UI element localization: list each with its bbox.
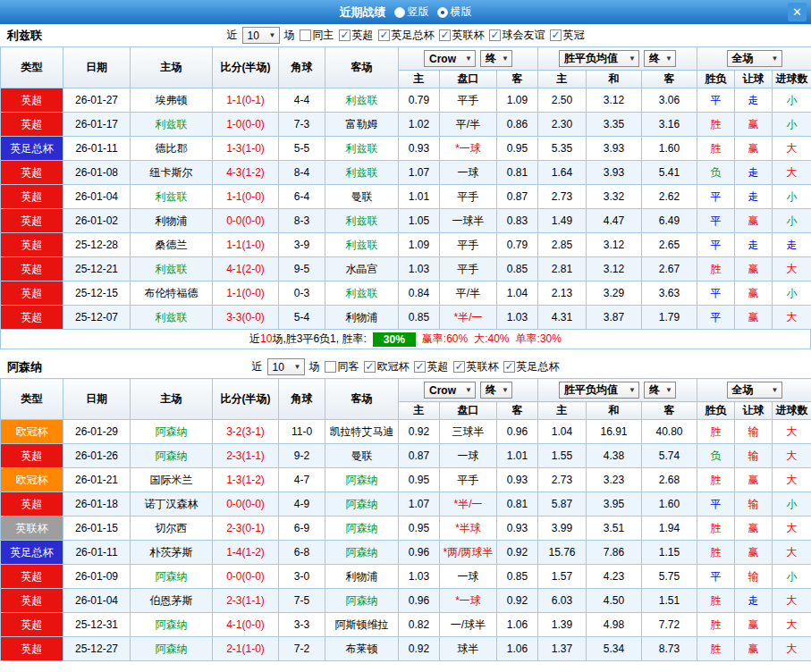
checkbox-checked-icon[interactable] [414, 361, 426, 373]
away-team[interactable]: 水晶宫 [325, 257, 399, 281]
checkbox-checked-icon[interactable] [439, 29, 451, 41]
radio-selected-icon[interactable] [437, 7, 448, 18]
home-team[interactable]: 利物浦 [131, 209, 213, 233]
league-filter-option[interactable]: 球会友谊 [489, 28, 545, 43]
close-button[interactable]: ✕ [788, 3, 807, 21]
odds-home: 1.03 [399, 257, 440, 281]
europe-final-select[interactable]: 终 ▼ [644, 50, 676, 67]
home-team[interactable]: 阿森纳 [131, 444, 213, 468]
league-filter-option[interactable]: 英足总杯 [378, 28, 435, 43]
away-team[interactable]: 利物浦 [325, 306, 399, 330]
checkbox-checked-icon[interactable] [339, 29, 351, 41]
full-match-select[interactable]: 全场 ▼ [727, 50, 782, 67]
away-team[interactable]: 利兹联 [325, 137, 399, 161]
home-team[interactable]: 桑德兰 [131, 233, 213, 257]
home-team[interactable]: 利兹联 [131, 257, 213, 281]
league-filter-option[interactable]: 英超 [339, 28, 374, 43]
match-score: 0-0(0-0) [213, 492, 279, 517]
europe-odds-draw: 3.32 [587, 185, 642, 209]
odds-handicap-line: *半/一 [440, 306, 497, 330]
away-team[interactable]: 利兹联 [325, 233, 399, 257]
home-team[interactable]: 阿森纳 [131, 613, 213, 637]
match-count-select[interactable]: 10 ▼ [267, 358, 305, 375]
home-team[interactable]: 布伦特福德 [131, 281, 213, 306]
home-team[interactable]: 利兹联 [131, 306, 213, 330]
radio-unselected-icon[interactable] [394, 7, 405, 18]
europe-average-select[interactable]: 胜平负均值 ▼ [559, 50, 639, 67]
checkbox-checked-icon[interactable] [503, 361, 515, 373]
away-team[interactable]: 阿森纳 [325, 541, 399, 565]
odds-final-select[interactable]: 终 ▼ [480, 382, 512, 399]
bookmaker-select[interactable]: Crow ▼ [424, 50, 476, 67]
dropdown-arrow-icon: ▼ [629, 386, 636, 394]
home-team[interactable]: 阿森纳 [131, 420, 213, 444]
checkbox-checked-icon[interactable] [550, 29, 562, 41]
away-team[interactable]: 利物浦 [325, 565, 399, 589]
result-handicap: 赢 [735, 281, 773, 306]
odds-final-select[interactable]: 终 ▼ [480, 50, 512, 67]
match-score: 4-1(2-0) [213, 257, 279, 281]
away-team[interactable]: 阿森纳 [325, 468, 399, 492]
home-team[interactable]: 德比郡 [131, 137, 213, 161]
league-filter-option[interactable]: 英超 [414, 359, 449, 374]
layout-vertical-option[interactable]: 竖版 [394, 4, 429, 20]
europe-odds-draw: 3.35 [587, 113, 642, 137]
europe-odds-away: 5.74 [642, 444, 697, 468]
checkbox-checked-icon[interactable] [453, 361, 465, 373]
checkbox-checked-icon[interactable] [489, 29, 501, 41]
same-venue-filter[interactable]: 同客 [325, 359, 359, 374]
away-team[interactable]: 阿斯顿维拉 [325, 613, 399, 637]
home-team[interactable]: 埃弗顿 [131, 88, 213, 113]
result-wdl: 胜 [697, 468, 735, 492]
checkbox-unchecked-icon[interactable] [325, 361, 336, 373]
league-filter-option[interactable]: 英联杯 [439, 28, 485, 43]
league-filter-option[interactable]: 英联杯 [453, 359, 499, 374]
away-team[interactable]: 利兹联 [325, 281, 399, 306]
home-team[interactable]: 纽卡斯尔 [131, 161, 213, 185]
match-count-select[interactable]: 10 ▼ [242, 27, 280, 44]
away-team[interactable]: 利兹联 [325, 161, 399, 185]
europe-odds-home: 1.04 [538, 420, 587, 444]
home-team[interactable]: 利兹联 [131, 113, 213, 137]
odds-home: 1.07 [399, 492, 440, 517]
full-match-select[interactable]: 全场 ▼ [727, 382, 782, 399]
home-team[interactable]: 利兹联 [131, 185, 213, 209]
same-venue-filter[interactable]: 同主 [300, 28, 334, 43]
away-team[interactable]: 阿森纳 [325, 492, 399, 517]
checkbox-unchecked-icon[interactable] [300, 29, 311, 41]
away-team[interactable]: 富勒姆 [325, 113, 399, 137]
subheader-odds-home: 主 [399, 71, 440, 88]
checkbox-checked-icon[interactable] [364, 361, 376, 373]
dropdown-arrow-icon: ▼ [772, 55, 779, 63]
home-team[interactable]: 国际米兰 [131, 468, 213, 492]
league-filter-option[interactable]: 英足总杯 [503, 359, 560, 374]
checkbox-checked-icon[interactable] [378, 29, 390, 41]
corner-score: 4-4 [279, 88, 325, 113]
dropdown-arrow-icon: ▼ [502, 55, 509, 63]
away-team[interactable]: 阿森纳 [325, 517, 399, 541]
europe-odds-home: 5.87 [538, 492, 587, 517]
home-team[interactable]: 伯恩茅斯 [131, 589, 213, 613]
home-team[interactable]: 切尔西 [131, 517, 213, 541]
europe-final-select[interactable]: 终 ▼ [644, 382, 676, 399]
home-team[interactable]: 诺丁汉森林 [131, 492, 213, 517]
away-team[interactable]: 曼联 [325, 444, 399, 468]
col-header-corner: 角球 [279, 379, 325, 420]
home-team[interactable]: 朴茨茅斯 [131, 541, 213, 565]
europe-odds-away: 3.63 [642, 281, 697, 306]
league-filter-option[interactable]: 英冠 [550, 28, 585, 43]
away-team[interactable]: 利兹联 [325, 88, 399, 113]
away-team[interactable]: 利兹联 [325, 209, 399, 233]
home-team[interactable]: 阿森纳 [131, 565, 213, 589]
away-team[interactable]: 布莱顿 [325, 637, 399, 661]
league-filters: 欧冠杯英超英联杯英足总杯 [364, 359, 560, 374]
layout-horizontal-option[interactable]: 横版 [437, 4, 472, 20]
europe-average-select[interactable]: 胜平负均值 ▼ [559, 382, 639, 399]
away-team[interactable]: 曼联 [325, 185, 399, 209]
away-team[interactable]: 阿森纳 [325, 589, 399, 613]
odds-handicap-line: 一球半 [440, 209, 497, 233]
home-team[interactable]: 阿森纳 [131, 637, 213, 661]
league-filter-option[interactable]: 欧冠杯 [364, 359, 410, 374]
bookmaker-select[interactable]: Crow ▼ [424, 382, 476, 399]
away-team[interactable]: 凯拉特艾马迪 [325, 420, 399, 444]
